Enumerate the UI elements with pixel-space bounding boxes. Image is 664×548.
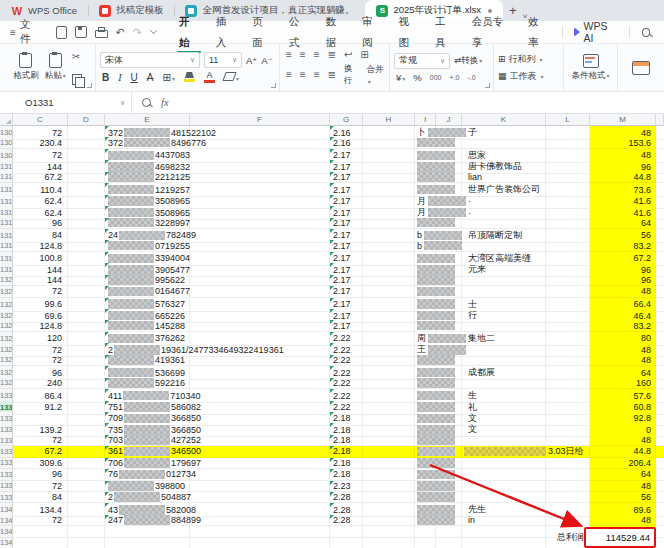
column-header-G[interactable]: G xyxy=(330,114,363,126)
cell[interactable]: 72 xyxy=(13,515,68,526)
cell[interactable]: 3228997 xyxy=(105,218,190,229)
cell[interactable] xyxy=(190,378,330,389)
cell[interactable] xyxy=(415,446,436,457)
cell[interactable]: 2504887 xyxy=(105,492,190,503)
cell[interactable]: 2.18 xyxy=(330,446,363,457)
name-box[interactable]: O1331 ∨ xyxy=(0,92,132,113)
cell[interactable]: in xyxy=(462,515,546,526)
cell[interactable]: 2212125 xyxy=(105,172,190,183)
column-header-E[interactable]: E xyxy=(105,114,190,126)
cell[interactable]: 2.22 xyxy=(330,378,363,389)
cell[interactable] xyxy=(68,515,105,526)
column-header-J[interactable]: J xyxy=(436,114,462,126)
paste-button[interactable]: 粘贴▾ xyxy=(45,53,66,82)
eraser-button[interactable]: ▾ xyxy=(224,72,239,83)
cell[interactable] xyxy=(190,458,330,469)
cell[interactable] xyxy=(363,458,415,469)
cell[interactable] xyxy=(462,355,546,366)
cell[interactable] xyxy=(546,378,590,389)
row-header[interactable]: 1320 xyxy=(0,275,13,286)
cell[interactable] xyxy=(190,469,330,480)
cell[interactable] xyxy=(656,538,664,548)
cell[interactable] xyxy=(190,218,330,229)
cell[interactable]: 83.2 xyxy=(590,320,656,331)
column-header-F[interactable]: F xyxy=(190,114,330,126)
cell[interactable] xyxy=(190,240,330,251)
row-header[interactable]: 1311 xyxy=(0,172,13,183)
cell[interactable]: 592216 xyxy=(105,378,190,389)
cell[interactable] xyxy=(105,526,190,537)
cell[interactable] xyxy=(13,526,68,537)
conditional-format-button[interactable]: 条件格式▾ xyxy=(571,70,609,82)
cell[interactable]: 2.17 xyxy=(330,172,363,183)
cell[interactable]: 48 xyxy=(590,355,656,366)
cell[interactable] xyxy=(68,435,105,446)
cell[interactable] xyxy=(546,218,590,229)
cell[interactable]: 84 xyxy=(13,492,68,503)
cell[interactable]: 398800 xyxy=(105,481,190,492)
cell[interactable]: 2.18 xyxy=(330,469,363,480)
align-top-icon[interactable]: ≡ xyxy=(286,49,292,60)
cell[interactable] xyxy=(656,320,664,331)
cell[interactable] xyxy=(190,515,330,526)
cell[interactable] xyxy=(105,538,190,548)
cell[interactable]: b xyxy=(415,240,436,251)
cell[interactable] xyxy=(546,275,590,286)
row-header[interactable]: 1341 xyxy=(0,515,13,526)
borders-button[interactable]: ⊞▾ xyxy=(162,72,174,83)
cell[interactable] xyxy=(363,275,415,286)
cell[interactable]: 309.6 xyxy=(13,458,68,469)
cell[interactable] xyxy=(363,515,415,526)
search-icon[interactable] xyxy=(642,28,651,37)
cell[interactable] xyxy=(546,240,590,251)
cell[interactable] xyxy=(363,355,415,366)
column-header-H[interactable]: H xyxy=(363,114,415,126)
increase-font-icon[interactable]: A⁺ xyxy=(246,55,257,66)
cell[interactable]: 76012734 xyxy=(105,469,190,480)
cell[interactable]: 67.2 xyxy=(13,172,68,183)
cell[interactable] xyxy=(190,538,330,548)
cell[interactable]: 2.17 xyxy=(330,240,363,251)
wps-ai-button[interactable]: WPS AI xyxy=(574,20,616,44)
cell[interactable] xyxy=(330,538,363,548)
cell[interactable]: 2.18 xyxy=(330,458,363,469)
column-header-I[interactable]: I xyxy=(415,114,436,126)
cell[interactable]: 703427252 xyxy=(105,435,190,446)
cell[interactable]: 96 xyxy=(590,275,656,286)
merge-label[interactable]: 合并▾ xyxy=(367,64,385,86)
cell[interactable]: 206.4 xyxy=(590,458,656,469)
cell[interactable]: 83.2 xyxy=(590,240,656,251)
currency-button[interactable]: ¥▾ xyxy=(396,72,405,83)
cell[interactable]: 153.6 xyxy=(590,137,656,148)
cell[interactable]: 96 xyxy=(13,469,68,480)
cell[interactable] xyxy=(462,240,546,251)
indent-icon[interactable]: ≣ xyxy=(328,69,336,80)
cell[interactable] xyxy=(68,526,105,537)
column-header-D[interactable]: D xyxy=(68,114,105,126)
cell[interactable]: 144 xyxy=(13,275,68,286)
percent-button[interactable]: % xyxy=(413,72,421,83)
cell[interactable]: 2.16 xyxy=(330,137,363,148)
row-header[interactable]: 1327 xyxy=(0,355,13,366)
cell[interactable] xyxy=(546,492,590,503)
cell[interactable] xyxy=(363,172,415,183)
cell[interactable] xyxy=(68,469,105,480)
cell[interactable]: 44.8 xyxy=(590,446,656,457)
cell[interactable] xyxy=(363,481,415,492)
fx-icon[interactable]: fx xyxy=(161,97,169,108)
cell[interactable]: 419361 xyxy=(105,355,190,366)
cell[interactable] xyxy=(415,275,436,286)
cell[interactable]: 72 xyxy=(13,435,68,446)
cell[interactable] xyxy=(190,481,330,492)
cell[interactable] xyxy=(68,275,105,286)
cell[interactable]: 67.2 xyxy=(13,446,68,457)
cell[interactable] xyxy=(656,378,664,389)
cell[interactable] xyxy=(68,355,105,366)
cell[interactable]: 48 xyxy=(590,286,656,297)
cell[interactable] xyxy=(656,286,664,297)
row-header[interactable]: 1324 xyxy=(0,320,13,331)
cell[interactable] xyxy=(68,481,105,492)
copy-icon[interactable] xyxy=(72,74,82,85)
cell[interactable]: 160 xyxy=(590,378,656,389)
cell[interactable] xyxy=(462,137,546,148)
